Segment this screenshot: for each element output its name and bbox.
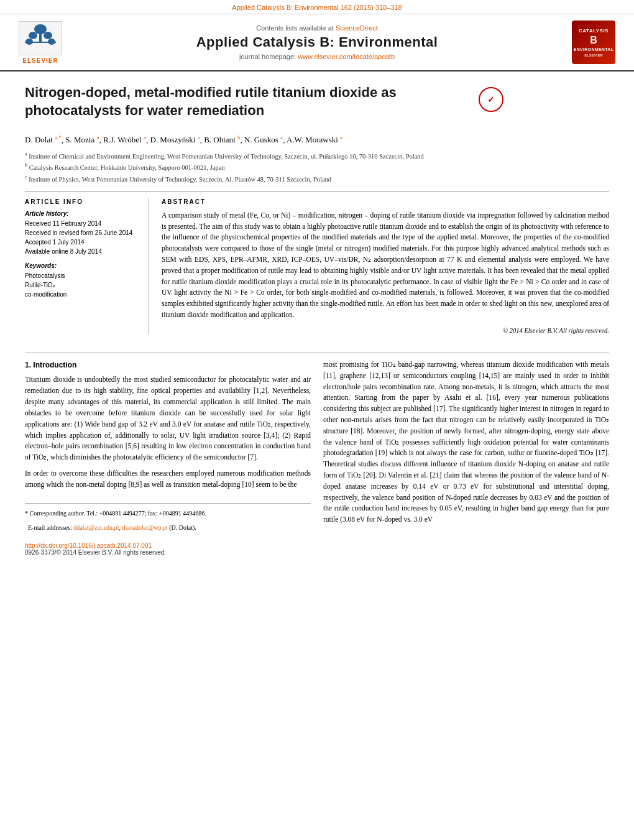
journal-header: ELSEVIER Contents lists available at Sci… — [0, 14, 634, 72]
science-direct-text: Contents lists available at ScienceDirec… — [75, 24, 559, 32]
intro-para3: most promising for TiO₂ band-gap narrowi… — [323, 359, 609, 525]
article-content: Nitrogen-doped, metal-modified rutile ti… — [0, 72, 634, 346]
article-title: Nitrogen-doped, metal-modified rutile ti… — [25, 84, 472, 119]
article-info: ARTICLE INFO Article history: Received 1… — [25, 198, 149, 334]
history-heading: Article history: — [25, 210, 139, 217]
section-divider — [25, 353, 609, 353]
accepted-date: Accepted 1 July 2014 — [25, 238, 139, 247]
footnote-area: * Corresponding author. Tel.: +004891 44… — [25, 503, 311, 532]
available-date: Available online 8 July 2014 — [25, 247, 139, 256]
elsevier-logo: ELSEVIER — [12, 21, 68, 64]
doi-link[interactable]: http://dx.doi.org/10.1016/j.apcatb.2014.… — [25, 542, 152, 549]
intro-para1: Titanium dioxide is undoubtedly the most… — [25, 374, 311, 463]
received-revised-date: Received in revised form 26 June 2014 — [25, 228, 139, 238]
journal-title: Applied Catalysis B: Environmental — [75, 34, 559, 50]
body-columns: 1. Introduction Titanium dioxide is undo… — [0, 359, 634, 537]
science-direct-link[interactable]: ScienceDirect — [336, 24, 378, 32]
abstract-heading: ABSTRACT — [162, 198, 609, 205]
section1-heading: 1. Introduction — [25, 359, 311, 371]
footnote-corresponding: * Corresponding author. Tel.: +004891 44… — [25, 509, 311, 518]
svg-point-5 — [25, 39, 33, 45]
journal-homepage: journal homepage: www.elsevier.com/locat… — [75, 53, 559, 60]
journal-logo-right: CATALYSIS B ENVIRONMENTAL ELSEVIER — [566, 21, 622, 64]
intro-para2: In order to overcome these difficulties … — [25, 468, 311, 491]
article-history: Article history: Received 11 February 20… — [25, 210, 139, 256]
svg-point-3 — [29, 32, 37, 39]
copyright: © 2014 Elsevier B.V. All rights reserved… — [162, 327, 609, 334]
elsevier-text: ELSEVIER — [22, 57, 58, 64]
affiliations: a Institute of Chemical and Environment … — [25, 150, 609, 184]
abstract-section: ABSTRACT A comparison study of metal (Fe… — [162, 198, 609, 334]
keyword-comod: co-modification — [25, 290, 139, 299]
article-info-heading: ARTICLE INFO — [25, 198, 139, 205]
page: Applied Catalysis B: Environmental 162 (… — [0, 0, 634, 840]
info-abstract-section: ARTICLE INFO Article history: Received 1… — [25, 192, 609, 334]
svg-point-6 — [48, 39, 55, 45]
affiliation-c: c Institute of Physics, West Pomeranian … — [25, 173, 609, 184]
keyword-rutile: Rutile-TiO₂ — [25, 280, 139, 290]
journal-center: Contents lists available at ScienceDirec… — [68, 24, 566, 60]
svg-point-4 — [44, 32, 52, 39]
authors: D. Dolat a,*, S. Mozia a, R.J. Wróbel a,… — [25, 133, 609, 145]
catalysis-badge: CATALYSIS B ENVIRONMENTAL ELSEVIER — [572, 21, 615, 64]
bottom-info: http://dx.doi.org/10.1016/j.apcatb.2014.… — [0, 537, 634, 561]
received-date: Received 11 February 2014 — [25, 219, 139, 228]
elsevier-logo-graphic — [19, 21, 62, 55]
keywords-heading: Keywords: — [25, 262, 139, 269]
svg-point-2 — [34, 24, 47, 34]
issn-copyright: 0926-3373/© 2014 Elsevier B.V. All right… — [25, 549, 166, 556]
abstract-text: A comparison study of metal (Fe, Co, or … — [162, 210, 609, 321]
homepage-link[interactable]: www.elsevier.com/locate/apcatb — [298, 53, 395, 60]
footnote-email: E-mail addresses: ddalat@zut.edu.pl, dia… — [25, 523, 311, 532]
body-column-left: 1. Introduction Titanium dioxide is undo… — [25, 359, 311, 537]
body-column-right: most promising for TiO₂ band-gap narrowi… — [323, 359, 609, 537]
affiliation-a: a Institute of Chemical and Environment … — [25, 150, 609, 161]
author-list: D. Dolat a,*, S. Mozia a, R.J. Wróbel a,… — [25, 135, 342, 144]
crossmark-icon: ✓ — [479, 87, 503, 112]
affiliation-b: b Catalysis Research Center, Hokkaido Un… — [25, 162, 609, 172]
keywords-section: Keywords: Photocatalysis Rutile-TiO₂ co-… — [25, 262, 139, 299]
keyword-photocatalysis: Photocatalysis — [25, 271, 139, 280]
journal-reference-text: Applied Catalysis B: Environmental 162 (… — [232, 4, 402, 11]
journal-reference-bar: Applied Catalysis B: Environmental 162 (… — [0, 0, 634, 14]
